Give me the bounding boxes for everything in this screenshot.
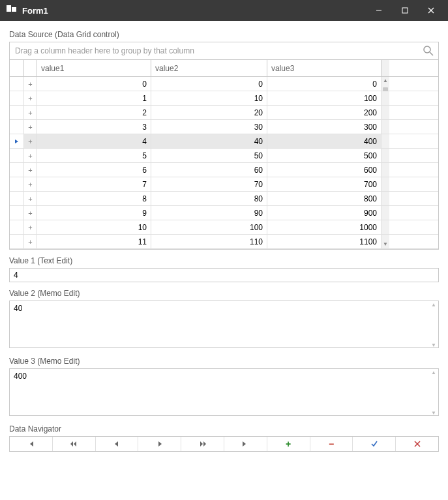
scrollbar-track[interactable] <box>381 106 389 119</box>
cell-value2[interactable]: 80 <box>151 192 267 205</box>
expand-icon[interactable]: + <box>24 134 37 148</box>
table-row[interactable]: +110100 <box>10 91 438 106</box>
expand-icon[interactable]: + <box>24 149 37 162</box>
scrollbar-track[interactable] <box>381 149 389 162</box>
scrollbar-track[interactable] <box>381 206 389 220</box>
cell-value3[interactable]: 400 <box>267 134 381 148</box>
cell-value1[interactable]: 3 <box>37 120 151 134</box>
table-row[interactable]: +000▲ <box>10 77 438 91</box>
cell-value2[interactable]: 100 <box>151 220 267 234</box>
scrollbar-track[interactable] <box>381 120 389 134</box>
scrollbar-track[interactable] <box>381 134 389 148</box>
expand-icon[interactable]: + <box>24 163 37 177</box>
table-row[interactable]: +101001000 <box>10 220 438 235</box>
column-header-value3[interactable]: value3 <box>267 60 381 76</box>
table-row[interactable]: +220200 <box>10 106 438 120</box>
cell-value2[interactable]: 50 <box>151 149 267 162</box>
data-grid[interactable]: Drag a column header here to group by th… <box>9 42 439 250</box>
nav-prev-button[interactable] <box>96 437 139 451</box>
cell-value2[interactable]: 30 <box>151 120 267 134</box>
cell-value1[interactable]: 2 <box>37 106 151 119</box>
cell-value1[interactable]: 4 <box>37 134 151 148</box>
cell-value2[interactable]: 110 <box>151 235 267 248</box>
cell-value3[interactable]: 600 <box>267 163 381 177</box>
cell-value2[interactable]: 90 <box>151 206 267 220</box>
cell-value1[interactable]: 10 <box>37 220 151 234</box>
scrollbar-track[interactable] <box>381 192 389 205</box>
cell-value2[interactable]: 60 <box>151 163 267 177</box>
column-header-value2[interactable]: value2 <box>151 60 267 76</box>
scroll-down-icon[interactable]: ▼ <box>382 241 389 248</box>
nav-cancel-edit-button[interactable] <box>396 437 438 451</box>
scrollbar-track[interactable] <box>381 177 389 191</box>
table-row[interactable]: +330300 <box>10 120 438 134</box>
cell-value2[interactable]: 10 <box>151 91 267 105</box>
expand-icon[interactable]: + <box>24 235 37 248</box>
expand-icon[interactable]: + <box>24 192 37 205</box>
value2-memo[interactable] <box>9 301 439 348</box>
cell-value3[interactable]: 1100 <box>267 235 381 248</box>
cell-value1[interactable]: 8 <box>37 192 151 205</box>
cell-value3[interactable]: 900 <box>267 206 381 220</box>
cell-value2[interactable]: 70 <box>151 177 267 191</box>
nav-next-button[interactable] <box>138 437 181 451</box>
row-indicator <box>10 106 24 119</box>
cell-value3[interactable]: 800 <box>267 192 381 205</box>
maximize-button[interactable] <box>392 0 418 21</box>
scrollbar-track[interactable]: ▼ <box>381 235 389 248</box>
table-row[interactable]: +440400 <box>10 134 438 149</box>
expand-icon[interactable]: + <box>24 91 37 105</box>
cell-value1[interactable]: 1 <box>37 91 151 105</box>
expand-icon[interactable]: + <box>24 206 37 220</box>
search-icon[interactable] <box>423 45 434 57</box>
nav-prev-page-button[interactable] <box>53 437 96 451</box>
cell-value1[interactable]: 9 <box>37 206 151 220</box>
table-row[interactable]: +550500 <box>10 149 438 163</box>
cell-value3[interactable]: 0 <box>267 77 381 91</box>
indicator-header[interactable] <box>10 60 24 76</box>
cell-value3[interactable]: 300 <box>267 120 381 134</box>
expand-icon[interactable]: + <box>24 106 37 119</box>
close-button[interactable] <box>418 0 444 21</box>
column-header-value1[interactable]: value1 <box>37 60 151 76</box>
cell-value3[interactable]: 100 <box>267 91 381 105</box>
cell-value3[interactable]: 200 <box>267 106 381 119</box>
value3-memo[interactable] <box>9 368 439 416</box>
cell-value1[interactable]: 5 <box>37 149 151 162</box>
svg-line-7 <box>430 52 433 55</box>
grid-body: +000▲+110100+220200+330300+440400+550500… <box>10 77 438 249</box>
table-row[interactable]: +111101100▼ <box>10 235 438 249</box>
expand-icon[interactable]: + <box>24 177 37 191</box>
cell-value3[interactable]: 500 <box>267 149 381 162</box>
expand-icon[interactable]: + <box>24 220 37 234</box>
cell-value2[interactable]: 40 <box>151 134 267 148</box>
cell-value3[interactable]: 700 <box>267 177 381 191</box>
table-row[interactable]: +770700 <box>10 177 438 192</box>
table-row[interactable]: +990900 <box>10 206 438 220</box>
nav-last-button[interactable] <box>224 437 267 451</box>
scrollbar-track[interactable] <box>381 163 389 177</box>
value1-input[interactable] <box>9 268 439 282</box>
cell-value1[interactable]: 7 <box>37 177 151 191</box>
scroll-up-icon[interactable]: ▲ <box>382 78 389 84</box>
cell-value2[interactable]: 20 <box>151 106 267 119</box>
scrollbar-track[interactable] <box>381 220 389 234</box>
cell-value1[interactable]: 0 <box>37 77 151 91</box>
table-row[interactable]: +660600 <box>10 163 438 177</box>
cell-value3[interactable]: 1000 <box>267 220 381 234</box>
group-panel[interactable]: Drag a column header here to group by th… <box>10 42 438 60</box>
nav-add-button[interactable]: + <box>267 437 310 451</box>
nav-delete-button[interactable]: − <box>310 437 353 451</box>
scrollbar-track[interactable] <box>381 91 389 105</box>
table-row[interactable]: +880800 <box>10 192 438 206</box>
nav-first-button[interactable] <box>10 437 53 451</box>
expand-icon[interactable]: + <box>24 120 37 134</box>
nav-next-page-button[interactable] <box>181 437 224 451</box>
cell-value2[interactable]: 0 <box>151 77 267 91</box>
scrollbar-track[interactable]: ▲ <box>381 77 389 91</box>
minimize-button[interactable] <box>366 0 392 21</box>
expand-icon[interactable]: + <box>24 77 37 91</box>
nav-end-edit-button[interactable] <box>353 437 396 451</box>
cell-value1[interactable]: 11 <box>37 235 151 248</box>
cell-value1[interactable]: 6 <box>37 163 151 177</box>
